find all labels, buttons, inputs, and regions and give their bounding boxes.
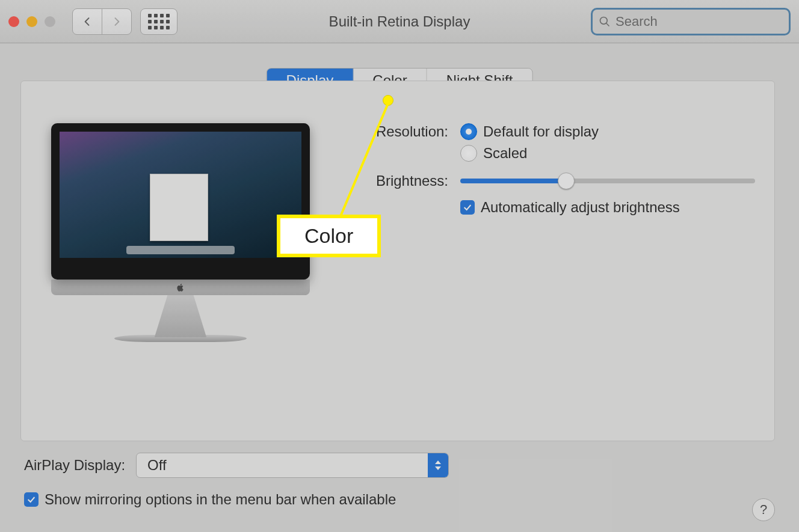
auto-brightness-checkbox[interactable]: Automatically adjust brightness — [460, 199, 755, 216]
svg-point-0 — [600, 17, 608, 24]
svg-line-1 — [606, 23, 609, 26]
nav-back-forward — [72, 8, 132, 35]
footer: AirPlay Display: Off Show mirroring opti… — [24, 453, 775, 521]
search-field[interactable] — [591, 8, 791, 35]
apple-logo-icon — [176, 283, 185, 292]
airplay-popup[interactable]: Off — [136, 453, 449, 478]
window-title: Built-in Retina Display — [329, 13, 470, 30]
radio-icon — [460, 145, 477, 162]
show-all-button[interactable] — [140, 8, 177, 35]
settings-panel: Resolution: Default for display Scaled B… — [20, 81, 775, 441]
minimize-icon[interactable] — [26, 16, 37, 27]
monitor-stand — [144, 295, 217, 337]
checkbox-icon — [24, 492, 39, 507]
monitor-chin — [51, 280, 310, 295]
radio-icon — [460, 123, 477, 140]
airplay-value: Off — [137, 457, 428, 474]
forward-button[interactable] — [102, 8, 132, 35]
brightness-slider[interactable] — [460, 179, 755, 183]
back-button[interactable] — [72, 8, 102, 35]
airplay-label: AirPlay Display: — [24, 457, 125, 474]
close-icon[interactable] — [8, 16, 19, 27]
toolbar: Built-in Retina Display — [0, 0, 799, 43]
checkbox-icon — [460, 200, 475, 215]
help-button[interactable]: ? — [752, 498, 775, 521]
resolution-label: Resolution: — [352, 123, 460, 162]
chevron-up-down-icon — [428, 453, 448, 477]
radio-default[interactable]: Default for display — [460, 123, 599, 140]
screen-icon — [51, 123, 310, 280]
search-input[interactable] — [615, 14, 783, 29]
mirroring-checkbox[interactable]: Show mirroring options in the menu bar w… — [24, 491, 396, 508]
display-preview — [51, 123, 310, 441]
slider-thumb[interactable] — [558, 173, 575, 189]
auto-brightness-label: Automatically adjust brightness — [481, 199, 680, 216]
brightness-label: Brightness: — [352, 173, 460, 216]
radio-default-label: Default for display — [483, 123, 599, 140]
zoom-icon[interactable] — [45, 16, 55, 27]
radio-scaled-label: Scaled — [483, 145, 527, 162]
window-controls — [8, 16, 55, 27]
radio-scaled[interactable]: Scaled — [460, 145, 599, 162]
grid-icon — [148, 14, 170, 29]
search-icon — [599, 16, 611, 28]
mirroring-label: Show mirroring options in the menu bar w… — [45, 491, 396, 508]
settings-column: Resolution: Default for display Scaled B… — [352, 123, 755, 441]
